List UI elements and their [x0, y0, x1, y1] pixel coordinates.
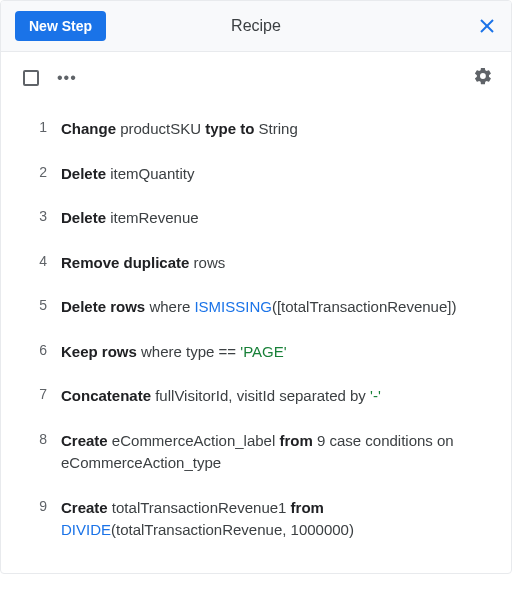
recipe-panel: New Step Recipe ••• 1Change productSKU t… [0, 0, 512, 574]
recipe-steps: 1Change productSKU type to String2Delete… [1, 93, 511, 573]
more-icon[interactable]: ••• [57, 73, 77, 83]
gear-icon[interactable] [473, 66, 493, 89]
step-number: 9 [21, 497, 61, 514]
step-description: Keep rows where type == 'PAGE' [61, 341, 491, 364]
step-number: 8 [21, 430, 61, 447]
toolbar: ••• [1, 52, 511, 93]
recipe-step[interactable]: 1Change productSKU type to String [21, 107, 491, 152]
step-description: Delete itemRevenue [61, 207, 491, 230]
recipe-step[interactable]: 2Delete itemQuantity [21, 152, 491, 197]
recipe-step[interactable]: 7Concatenate fullVisitorId, visitId sepa… [21, 374, 491, 419]
step-number: 3 [21, 207, 61, 224]
recipe-step[interactable]: 9Create totalTransactionRevenue1 from DI… [21, 486, 491, 553]
recipe-step[interactable]: 5Delete rows where ISMISSING([totalTrans… [21, 285, 491, 330]
recipe-step[interactable]: 4Remove duplicate rows [21, 241, 491, 286]
step-description: Delete rows where ISMISSING([totalTransa… [61, 296, 491, 319]
step-description: Change productSKU type to String [61, 118, 491, 141]
step-description: Create eCommerceAction_label from 9 case… [61, 430, 491, 475]
panel-header: New Step Recipe [1, 1, 511, 52]
recipe-step[interactable]: 8Create eCommerceAction_label from 9 cas… [21, 419, 491, 486]
new-step-button[interactable]: New Step [15, 11, 106, 41]
step-description: Remove duplicate rows [61, 252, 491, 275]
select-all-checkbox[interactable] [23, 70, 39, 86]
step-number: 4 [21, 252, 61, 269]
step-description: Delete itemQuantity [61, 163, 491, 186]
recipe-step[interactable]: 6Keep rows where type == 'PAGE' [21, 330, 491, 375]
step-number: 7 [21, 385, 61, 402]
step-description: Create totalTransactionRevenue1 from DIV… [61, 497, 491, 542]
step-number: 6 [21, 341, 61, 358]
step-number: 5 [21, 296, 61, 313]
step-number: 1 [21, 118, 61, 135]
recipe-step[interactable]: 3Delete itemRevenue [21, 196, 491, 241]
step-number: 2 [21, 163, 61, 180]
close-icon[interactable] [477, 16, 497, 36]
step-description: Concatenate fullVisitorId, visitId separ… [61, 385, 491, 408]
